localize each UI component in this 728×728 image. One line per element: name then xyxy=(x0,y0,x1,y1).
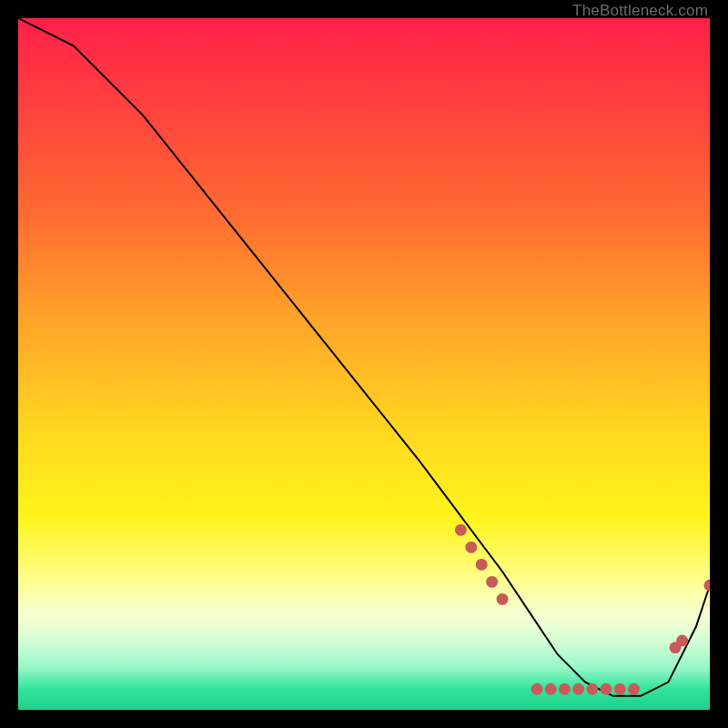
cluster-rising-point xyxy=(704,580,710,592)
line-series xyxy=(18,18,710,696)
chart-stage: TheBottleneck.com xyxy=(0,0,728,728)
cluster-descending-point xyxy=(465,541,477,553)
cluster-bottom-point xyxy=(614,683,626,695)
cluster-descending-point xyxy=(486,576,498,588)
cluster-bottom-point xyxy=(545,683,557,695)
cluster-bottom-point xyxy=(559,683,571,695)
cluster-descending-point xyxy=(497,593,509,605)
cluster-descending-point xyxy=(455,524,467,536)
cluster-bottom-point xyxy=(628,683,640,695)
plot-area xyxy=(18,18,710,710)
bottleneck-curve xyxy=(18,18,710,696)
chart-svg xyxy=(18,18,710,710)
cluster-bottom-point xyxy=(572,683,584,695)
watermark-text: TheBottleneck.com xyxy=(572,2,708,20)
cluster-bottom-point xyxy=(586,683,598,695)
cluster-bottom-point xyxy=(601,683,612,695)
cluster-descending-point xyxy=(476,559,488,571)
marker-group xyxy=(455,524,710,695)
cluster-rising-point xyxy=(676,635,688,647)
cluster-bottom-point xyxy=(531,683,543,695)
